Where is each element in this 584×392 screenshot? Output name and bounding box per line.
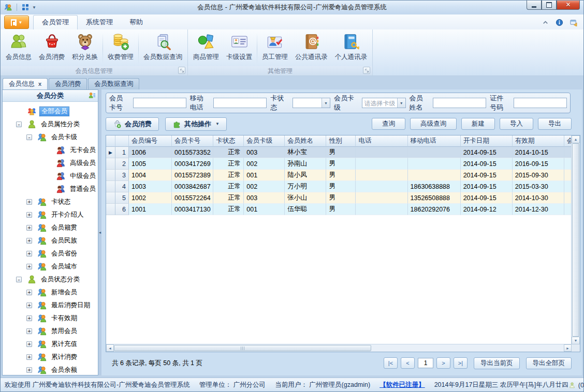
ribbon-button-public-contacts[interactable]: 公共通讯录	[291, 31, 331, 66]
tree-item[interactable]: +累计消费	[3, 351, 98, 364]
chevron-down-icon[interactable]: ▼	[32, 5, 36, 10]
info-icon[interactable]	[556, 19, 563, 26]
advanced-query-button[interactable]: 高级查询	[410, 118, 457, 130]
ribbon-button-fee-mgmt[interactable]: 收费管理	[104, 31, 137, 66]
tree-item[interactable]: +卡状态	[3, 195, 98, 208]
tree-item[interactable]: +会员城市	[3, 260, 98, 273]
tree-item[interactable]: +卡有效期	[3, 312, 98, 325]
tree-collapse-icon[interactable]: -	[16, 277, 22, 282]
column-header[interactable]: 会员编号	[129, 135, 172, 147]
tree-item[interactable]: +禁用会员	[3, 325, 98, 338]
vertical-scroll-thumb[interactable]	[572, 143, 579, 337]
ribbon-tab-member-mgmt[interactable]: 会员管理	[33, 15, 78, 29]
column-header[interactable]: 会员	[564, 135, 572, 147]
vertical-scrollbar[interactable]: ▲ ▼	[571, 135, 580, 344]
tree-item[interactable]: 无卡会员	[3, 144, 98, 157]
license-registered-link[interactable]: 【软件已注册】	[379, 381, 425, 389]
chevron-down-icon[interactable]: ▼	[397, 98, 405, 108]
ribbon-button-product-mgmt[interactable]: 商品管理	[189, 31, 223, 66]
toolbar-button-member-consume[interactable]: 会员消费	[106, 117, 159, 131]
tree-item[interactable]: +最后消费日期	[3, 299, 98, 312]
tree-collapse-icon[interactable]: -	[16, 122, 22, 127]
minimize-button[interactable]	[527, 0, 542, 10]
horizontal-scrollbar[interactable]: ◄ ►	[106, 344, 572, 352]
dialog-launcher-icon[interactable]	[363, 67, 370, 74]
input-id-number[interactable]	[514, 98, 567, 108]
chevron-down-icon[interactable]: ▼	[322, 98, 330, 108]
last-page-button[interactable]: >|	[454, 357, 468, 369]
column-header[interactable]: 移动电话	[408, 135, 461, 147]
table-row[interactable]: 610010003417130正常001伍华聪男186202920762014-…	[106, 204, 572, 215]
ribbon-button-points-exchange[interactable]: 积分兑换	[68, 31, 101, 66]
document-tab[interactable]: 会员信息x	[3, 78, 48, 89]
tree-collapse-icon[interactable]: -	[26, 134, 32, 140]
table-row[interactable]: 210050003417269正常002孙南山男2014-09-152016-0…	[106, 158, 572, 170]
input-mobile[interactable]	[213, 98, 267, 108]
feedback-icon[interactable]	[570, 19, 577, 26]
export-all-pages-button[interactable]: 导出全部页	[526, 357, 572, 369]
tree-item[interactable]: +会员籍贯	[3, 221, 98, 234]
scroll-down-icon[interactable]: ▼	[572, 337, 580, 344]
query-button[interactable]: 查询	[372, 118, 405, 130]
quick-access-toolbar-icon[interactable]	[21, 3, 30, 11]
input-card-no[interactable]	[133, 98, 186, 108]
column-header[interactable]: 会员卡级	[244, 135, 285, 147]
export-button[interactable]: 导出	[538, 118, 572, 130]
export-current-page-button[interactable]: 导出当前页	[474, 357, 520, 369]
new-button[interactable]: 新建	[461, 118, 495, 130]
tree-item[interactable]: +会员民族	[3, 234, 98, 247]
maximize-button[interactable]	[542, 0, 557, 10]
tree-item[interactable]: +会员余额	[3, 364, 98, 375]
table-row[interactable]: 510020015572264正常003张小山男135265088882014-…	[106, 192, 572, 204]
page-number-input[interactable]	[418, 358, 433, 368]
tree-expand-icon[interactable]: +	[26, 238, 32, 244]
tree-expand-icon[interactable]: +	[26, 212, 32, 218]
combo-card-level[interactable]: 请选择卡级▼	[362, 98, 405, 108]
column-header[interactable]: 开卡日期	[461, 135, 513, 147]
column-header[interactable]: 性别	[326, 135, 356, 147]
column-header[interactable]: 卡状态	[213, 135, 244, 147]
tree-item[interactable]: 全部会员	[3, 105, 98, 118]
tree-expand-icon[interactable]: +	[26, 315, 32, 321]
tree-expand-icon[interactable]: +	[26, 341, 32, 347]
next-page-button[interactable]: >	[436, 357, 450, 369]
ribbon-button-member-info[interactable]: 会员信息	[2, 31, 35, 66]
tree-item[interactable]: 普通会员	[3, 183, 98, 195]
ribbon-button-card-level-setting[interactable]: 卡级设置	[223, 31, 256, 66]
ribbon-tab-help[interactable]: 帮助	[121, 16, 151, 29]
column-header[interactable]: 会员姓名	[285, 135, 326, 147]
toolbar-button-other-actions[interactable]: 其他操作▼	[165, 117, 227, 131]
tree-item[interactable]: -会员状态分类	[3, 273, 98, 286]
tree-item[interactable]: -会员属性分类	[3, 118, 98, 131]
table-row[interactable]: ▶110060015573352正常003林小宝男2014-09-152014-…	[106, 147, 572, 158]
input-member-name[interactable]	[433, 98, 486, 108]
tree-expand-icon[interactable]: +	[26, 328, 32, 334]
document-tab[interactable]: 会员数据查询	[88, 78, 139, 89]
column-header[interactable]: 会员卡号	[172, 135, 213, 147]
ribbon-tab-system-mgmt[interactable]: 系统管理	[78, 16, 121, 29]
tree-item[interactable]: +累计充值	[3, 338, 98, 351]
dialog-launcher-icon[interactable]	[178, 67, 185, 74]
tree-expand-icon[interactable]: +	[26, 251, 32, 257]
member-list-icon[interactable]	[88, 92, 96, 99]
horizontal-scroll-thumb[interactable]	[114, 345, 371, 351]
collapse-ribbon-icon[interactable]	[542, 19, 549, 26]
tree-item[interactable]: +会员省份	[3, 247, 98, 260]
column-header[interactable]: 有效期	[513, 135, 564, 147]
close-button[interactable]: ✕	[557, 0, 580, 10]
ribbon-button-member-consume[interactable]: 会员消费	[35, 31, 68, 66]
ribbon-button-personal-contacts[interactable]: 个人通讯录	[331, 31, 371, 66]
ribbon-button-member-data-query[interactable]: 会员数据查询	[140, 31, 186, 66]
tree-item[interactable]: 高级会员	[3, 157, 98, 170]
ribbon-button-staff-mgmt[interactable]: 员工管理	[258, 31, 291, 66]
tree-item[interactable]: +新增会员	[3, 286, 98, 299]
scroll-up-icon[interactable]: ▲	[572, 135, 580, 143]
column-header[interactable]: 电话	[356, 135, 407, 147]
document-tab[interactable]: 会员消费	[49, 78, 87, 89]
tree-expand-icon[interactable]: +	[26, 354, 32, 360]
tree-expand-icon[interactable]: +	[26, 264, 32, 269]
tree-expand-icon[interactable]: +	[26, 199, 32, 205]
tree-item[interactable]: +开卡介绍人	[3, 208, 98, 221]
table-row[interactable]: 410030003842687正常002万小明男186306388882014-…	[106, 181, 572, 192]
first-page-button[interactable]: |<	[384, 357, 398, 369]
